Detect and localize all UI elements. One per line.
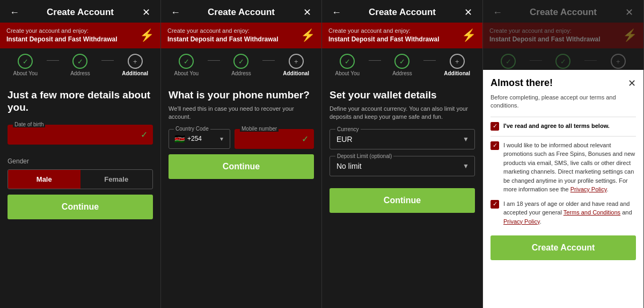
banner1-line2: Instant Deposit and Fast Withdrawal	[6, 35, 118, 43]
panel3-step3-circle: +	[450, 54, 465, 69]
panel2-subtext: We'll need this in case you need to reco…	[169, 105, 314, 121]
dob-wrapper: ✓	[8, 125, 153, 145]
continue-btn-1[interactable]: Continue	[8, 195, 153, 219]
panel1-heading: Just a few more details about you.	[8, 89, 153, 114]
overlay-close-icon[interactable]: ✕	[628, 77, 636, 89]
step3-circle: +	[128, 54, 143, 69]
country-code-arrow: ▼	[219, 136, 224, 142]
terms-checkbox2[interactable]: ✓	[491, 141, 499, 150]
panel2-header: ← Create Account ✕	[161, 0, 321, 23]
marketing-text-end: .	[606, 186, 608, 192]
step1-label: About You	[13, 70, 38, 76]
banner4-line2: Instant Deposit and Fast Withdrawal	[489, 35, 601, 43]
bolt-icon-1: ⚡	[140, 28, 154, 42]
back-icon-3[interactable]: ←	[330, 7, 343, 18]
age-text-mid: and	[620, 209, 632, 216]
continue-btn-2[interactable]: Continue	[169, 154, 314, 179]
currency-wrapper[interactable]: Currency EUR ▼	[330, 129, 475, 149]
terms-checkbox3-row: ✓ I am 18 years of age or older and have…	[491, 199, 636, 226]
country-code-label: Country Code	[174, 126, 210, 132]
mobile-field-group: Mobile number ✓	[235, 129, 314, 149]
panel-2: ← Create Account ✕ Create your account a…	[161, 0, 322, 308]
currency-arrow: ▼	[463, 135, 469, 143]
panel3-steps: ✓ About You ✓ Address + Additional	[322, 48, 482, 82]
panel3-step3: + Additional	[436, 54, 478, 76]
deposit-arrow: ▼	[463, 162, 469, 170]
dob-input[interactable]	[8, 125, 153, 145]
gender-female-btn[interactable]: Female	[80, 170, 153, 189]
privacy-policy-link-2[interactable]: Privacy Policy	[503, 218, 540, 225]
banner2-line1: Create your account and enjoy:	[167, 27, 279, 35]
panel2-step1: ✓ About You	[165, 54, 208, 76]
banner3-line2: Instant Deposit and Fast Withdrawal	[328, 35, 440, 43]
step2-label: Address	[70, 70, 90, 76]
panel2-step2: ✓ Address	[220, 54, 262, 76]
close-icon-2[interactable]: ✕	[301, 6, 313, 18]
bolt-icon-4: ⚡	[623, 28, 637, 42]
deposit-wrapper[interactable]: Deposit Limit (optional) No limit ▼	[330, 156, 475, 176]
continue-btn-3[interactable]: Continue	[330, 188, 475, 213]
panel2-step3-circle: +	[289, 54, 304, 69]
step1-circle: ✓	[18, 54, 33, 69]
terms-checkbox3[interactable]: ✓	[491, 200, 499, 209]
panel2-steps: ✓ About You ✓ Address + Additional	[161, 48, 321, 82]
panel3-step1-label: About You	[335, 70, 360, 76]
dob-check-icon: ✓	[141, 130, 148, 140]
panel2-heading: What is your phone number?	[169, 89, 314, 102]
back-icon-1[interactable]: ←	[8, 7, 21, 18]
panel2-step3-label: Additional	[283, 70, 309, 76]
panel2-title: Create Account	[182, 7, 301, 18]
panel3-step1-circle: ✓	[340, 54, 355, 69]
panel3-step3-label: Additional	[444, 70, 470, 76]
step2-circle: ✓	[72, 54, 87, 69]
panel4-title: Create Account	[504, 7, 623, 18]
gender-male-btn[interactable]: Male	[8, 170, 80, 189]
terms-overlay: Almost there! ✕ Before completing, pleas…	[483, 70, 643, 308]
back-icon-2[interactable]: ←	[169, 7, 182, 18]
dob-field-group: Date of birth ✓	[8, 125, 153, 145]
gender-toggle[interactable]: Male Female	[8, 169, 153, 189]
terms-checkbox3-text: I am 18 years of age or older and have r…	[503, 199, 636, 226]
step1-additional: + Additional	[114, 54, 156, 76]
deposit-value: No limit	[330, 156, 474, 176]
marketing-text: I would like to be informed about releva…	[503, 142, 635, 193]
panel2-content: What is your phone number? We'll need th…	[161, 82, 321, 308]
panel1-content: Just a few more details about you. Date …	[0, 82, 160, 308]
create-account-btn[interactable]: Create Account	[491, 235, 636, 260]
terms-checkbox1-text: I've read and agree to all terms below.	[503, 121, 610, 131]
panel-1: ← Create Account ✕ Create your account a…	[0, 0, 161, 308]
overlay-title: Almost there!	[491, 77, 553, 89]
panel-3: ← Create Account ✕ Create your account a…	[322, 0, 483, 308]
currency-value: EUR	[330, 130, 474, 149]
terms-agree-text: I've read and agree to all terms below.	[503, 123, 610, 129]
gender-label: Gender	[8, 157, 153, 165]
panel3-title: Create Account	[343, 7, 462, 18]
terms-checkbox1-row: ✓ I've read and agree to all terms below…	[491, 121, 636, 131]
step1-address: ✓ Address	[59, 54, 101, 76]
panel1-steps: ✓ About You ✓ Address + Additional	[0, 48, 160, 82]
banner3-line1: Create your account and enjoy:	[328, 27, 440, 35]
panel4-step1-circle: ✓	[501, 54, 516, 69]
panel1-header: ← Create Account ✕	[0, 0, 160, 23]
terms-conditions-link[interactable]: Terms and Conditions	[564, 209, 620, 216]
overlay-subtext: Before completing, please accept our ter…	[491, 94, 636, 110]
divider2	[491, 136, 636, 137]
check-icon-3: ✓	[493, 200, 497, 207]
panel3-heading: Set your wallet details	[330, 89, 475, 102]
panel2-step1-label: About You	[174, 70, 199, 76]
banner4-line1: Create your account and enjoy:	[489, 27, 601, 35]
panel3-banner: Create your account and enjoy: Instant D…	[322, 23, 482, 48]
close-icon-1[interactable]: ✕	[140, 6, 152, 18]
close-icon-3[interactable]: ✕	[462, 6, 474, 18]
terms-checkbox1[interactable]: ✓	[491, 122, 499, 131]
panel4-step3-circle: +	[611, 54, 626, 69]
banner1-line1: Create your account and enjoy:	[6, 27, 118, 35]
step1-aboutyou: ✓ About You	[4, 54, 47, 76]
panel4-banner: Create your account and enjoy: Instant D…	[483, 23, 643, 48]
panel2-step2-label: Address	[231, 70, 251, 76]
mobile-label: Mobile number	[240, 126, 279, 132]
kenya-flag-icon: 🇰🇪	[174, 134, 185, 144]
privacy-policy-link-1[interactable]: Privacy Policy	[570, 186, 607, 192]
check-icon-1: ✓	[493, 123, 497, 130]
country-code-selector[interactable]: 🇰🇪 +254 ▼	[169, 129, 230, 149]
